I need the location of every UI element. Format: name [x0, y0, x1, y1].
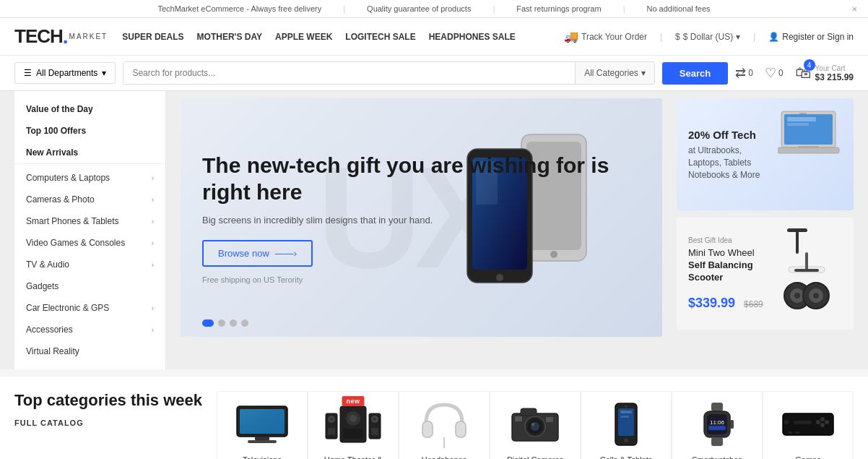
- separator: |: [492, 4, 495, 13]
- sidebar-item-car-electronic[interactable]: Car Electronic & GPS ›: [14, 297, 165, 319]
- search-bar: ☰ All Departments ▾ All Categories ▾ Sea…: [0, 56, 868, 91]
- categories-grid: Televisions new: [217, 391, 854, 459]
- category-name-audio: Home Theater & Audio: [316, 455, 391, 459]
- search-button[interactable]: Search: [662, 62, 728, 85]
- sidebar-item-gadgets[interactable]: Gadgets: [14, 275, 165, 297]
- category-cells[interactable]: Cells & Tablets: [581, 391, 672, 459]
- wishlist-count: 0: [778, 68, 784, 78]
- sidebar-label: Car Electronic & GPS: [26, 303, 109, 313]
- nav-mothers-day[interactable]: MOTHER'S DAY: [197, 32, 262, 42]
- all-categories-button[interactable]: All Categories ▾: [575, 62, 654, 84]
- all-departments-button[interactable]: ☰ All Departments ▾: [14, 62, 116, 84]
- category-cameras[interactable]: Digital Cameras: [490, 391, 581, 459]
- cart-icon-button[interactable]: 🛍 4 Your Cart $3 215.99: [795, 64, 854, 82]
- scooter-image: [774, 225, 854, 319]
- svg-rect-73: [788, 432, 792, 434]
- sidebar-label: Top 100 Offers: [26, 126, 86, 136]
- category-home-theater[interactable]: new: [308, 391, 399, 459]
- svg-point-50: [531, 423, 534, 426]
- svg-rect-65: [730, 420, 734, 429]
- carousel-dot-2[interactable]: [218, 319, 225, 327]
- svg-rect-15: [787, 228, 807, 232]
- sidebar-item-smartphones[interactable]: Smart Phones & Tablets ›: [14, 210, 165, 232]
- side-banners: 20% Off Tech at Ultrabooks, Laptops, Tab…: [677, 91, 854, 369]
- hero-subtitle: Big screens in incredibly slim designs t…: [202, 215, 641, 226]
- chevron-right-icon: ›: [152, 174, 154, 182]
- browse-now-button[interactable]: Browse now ——›: [202, 240, 313, 267]
- full-catalog-link[interactable]: FULL CATALOG: [14, 419, 202, 427]
- separator: |: [660, 32, 662, 42]
- svg-rect-59: [711, 403, 723, 411]
- sidebar-item-video-games[interactable]: Video Games & Consoles ›: [14, 232, 165, 254]
- games-svg: [779, 403, 837, 446]
- sidebar-item-tv-audio[interactable]: TV & Audio ›: [14, 254, 165, 275]
- sidebar-label: Video Games & Consoles: [26, 238, 125, 248]
- nav-headphones-sale[interactable]: HEADPHONES SALE: [429, 32, 516, 42]
- category-name-cells: Cells & Tablets: [600, 455, 653, 459]
- category-name-games: Games: [795, 455, 820, 459]
- svg-rect-51: [546, 417, 553, 422]
- hero-text: The new-tech gift you are wishing for is…: [181, 130, 662, 306]
- svg-rect-52: [515, 416, 522, 421]
- sidebar-item-top-100[interactable]: Top 100 Offers: [14, 120, 165, 142]
- sidebar-item-cameras[interactable]: Cameras & Photo ›: [14, 189, 165, 210]
- svg-rect-27: [240, 409, 285, 434]
- hero-area: The new-tech gift you are wishing for is…: [173, 91, 669, 369]
- logo[interactable]: TECH . MARKET: [14, 25, 108, 48]
- carousel-dot-4[interactable]: [241, 319, 248, 327]
- category-image-games: [776, 399, 841, 450]
- cart-total: Your Cart $3 215.99: [815, 64, 854, 82]
- side-banner-tech[interactable]: 20% Off Tech at Ultrabooks, Laptops, Tab…: [677, 98, 854, 210]
- sidebar-item-value-of-day[interactable]: Value of the Day: [14, 98, 165, 120]
- banner-old-price-2: $689: [744, 299, 763, 309]
- chevron-right-icon: ›: [152, 326, 154, 334]
- search-input[interactable]: [123, 62, 575, 84]
- sidebar-label: Smart Phones & Tablets: [26, 216, 119, 226]
- sidebar-item-accessories[interactable]: Accessories ›: [14, 319, 165, 340]
- sidebar-label: Computers & Laptops: [26, 173, 110, 183]
- dollar-icon: $: [675, 32, 680, 42]
- svg-point-71: [820, 423, 825, 427]
- register-label: Register or Sign in: [782, 32, 854, 42]
- announcement-item-4: No additional fees: [647, 4, 711, 13]
- nav-super-deals[interactable]: SUPER DEALS: [122, 32, 183, 42]
- hero-banner: The new-tech gift you are wishing for is…: [181, 98, 662, 337]
- main-nav: SUPER DEALS MOTHER'S DAY APPLE WEEK LOGI…: [122, 32, 516, 42]
- audio-svg: [324, 403, 382, 446]
- compare-icon-button[interactable]: ⇄ 0: [735, 65, 753, 81]
- sidebar-label: Value of the Day: [26, 104, 93, 114]
- svg-rect-13: [798, 146, 819, 148]
- svg-point-36: [350, 415, 357, 422]
- svg-rect-29: [248, 440, 277, 443]
- carousel-dot-1[interactable]: [202, 319, 214, 327]
- category-image-audio: [321, 399, 386, 450]
- banner-price-2: $339.99: [688, 296, 735, 311]
- sidebar-divider: [14, 163, 165, 164]
- category-games[interactable]: Games: [763, 391, 854, 459]
- svg-text:11:06: 11:06: [710, 419, 725, 426]
- chevron-right-icon: ›: [152, 304, 154, 312]
- sidebar-item-computers[interactable]: Computers & Laptops ›: [14, 167, 165, 189]
- category-televisions[interactable]: Televisions: [217, 391, 308, 459]
- sidebar: Value of the Day Top 100 Offers New Arri…: [14, 91, 166, 369]
- track-order-link[interactable]: 🚚 Track Your Order: [564, 30, 647, 43]
- nav-apple-week[interactable]: APPLE WEEK: [275, 32, 332, 42]
- side-banner-scooter[interactable]: Best Gift Idea Mini Two WheelSelf Balanc…: [677, 218, 854, 330]
- category-smartwatches[interactable]: 11:06 Smartwatches: [672, 391, 763, 459]
- arrow-right-icon: ——›: [275, 248, 297, 259]
- category-headphones[interactable]: Headphones: [399, 391, 490, 459]
- svg-rect-33: [328, 428, 335, 435]
- close-icon[interactable]: ×: [851, 4, 857, 14]
- sidebar-item-virtual-reality[interactable]: Virtual Reality: [14, 340, 165, 362]
- svg-rect-42: [422, 421, 433, 437]
- svg-point-20: [794, 293, 800, 299]
- compare-icon: ⇄: [735, 65, 746, 81]
- nav-logitech-sale[interactable]: LOGITECH SALE: [345, 32, 415, 42]
- currency-selector[interactable]: $ $ Dollar (US) ▾: [675, 32, 740, 42]
- category-name-headphones: Headphones: [422, 455, 466, 459]
- svg-rect-17: [805, 252, 808, 270]
- announcement-item-3: Fast returnings program: [516, 4, 601, 13]
- register-link[interactable]: 👤 Register or Sign in: [768, 32, 854, 42]
- wishlist-icon-button[interactable]: ♡ 0: [765, 65, 784, 81]
- carousel-dot-3[interactable]: [230, 319, 237, 327]
